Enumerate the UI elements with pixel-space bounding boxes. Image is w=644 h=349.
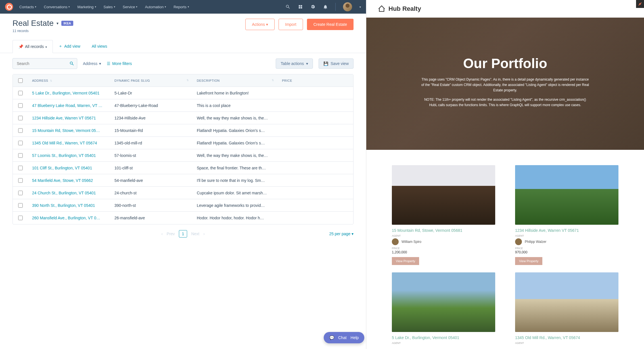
more-filters-button[interactable]: ☰More filters bbox=[107, 61, 132, 66]
next-arrow-icon[interactable]: › bbox=[203, 232, 205, 236]
per-page-select[interactable]: 25 per page ▾ bbox=[329, 232, 354, 236]
address-link[interactable]: 57 Loomis St., Burlington, VT 05401 bbox=[32, 153, 96, 158]
row-checkbox[interactable] bbox=[18, 216, 23, 220]
chat-widget[interactable]: 💬Chat Help bbox=[324, 332, 364, 343]
pin-icon: 📌 bbox=[18, 44, 23, 49]
nav-sales[interactable]: Sales▾ bbox=[104, 5, 116, 9]
row-checkbox[interactable] bbox=[18, 166, 23, 170]
portfolio-preview: Hub Realty Our Portfolio This page uses … bbox=[366, 0, 644, 349]
row-checkbox[interactable] bbox=[18, 128, 23, 133]
desc-cell: Hodor. Hodor hodor, hodor. Hodor h… bbox=[193, 212, 278, 224]
hubspot-logo-icon[interactable] bbox=[5, 3, 13, 11]
save-view-button[interactable]: 💾Save view bbox=[319, 58, 354, 69]
address-link[interactable]: 5 Lake Dr., Burlington, Vermont 05401 bbox=[32, 91, 99, 95]
property-grid: 15 Mountain Rd, Stowe, Vermont 05681 AGE… bbox=[366, 150, 644, 349]
col-address[interactable]: ADDRESS⇅ bbox=[28, 75, 110, 86]
address-link[interactable]: 390 North St., Burlington, VT 05401 bbox=[32, 203, 95, 208]
property-image[interactable] bbox=[392, 165, 495, 225]
house-icon bbox=[378, 5, 386, 13]
row-checkbox[interactable] bbox=[18, 178, 23, 183]
nav-conversations[interactable]: Conversations▾ bbox=[44, 5, 70, 9]
page-title[interactable]: Real Estate ▾ IKEA bbox=[12, 19, 73, 28]
property-title[interactable]: 1345 Old Mill Rd., Warren, VT 05674 bbox=[515, 335, 618, 340]
address-link[interactable]: 260 Mansfield Ave., Burlington, VT 0… bbox=[32, 216, 100, 220]
marketplace-icon[interactable] bbox=[298, 4, 303, 9]
property-image[interactable] bbox=[392, 272, 495, 332]
row-checkbox[interactable] bbox=[18, 103, 23, 108]
property-title[interactable]: 1234 Hillside Ave, Warren VT 05671 bbox=[515, 228, 618, 233]
nav-automation[interactable]: Automation▾ bbox=[145, 5, 166, 9]
user-avatar[interactable] bbox=[343, 2, 352, 11]
row-checkbox[interactable] bbox=[18, 141, 23, 145]
notifications-icon[interactable] bbox=[323, 4, 328, 9]
account-menu-chevron-icon[interactable]: ▾ bbox=[359, 5, 361, 9]
address-link[interactable]: 54 Manfield Ave, Stowe, VT 05662 bbox=[32, 178, 93, 183]
search-box bbox=[12, 58, 77, 69]
address-link[interactable]: 101 Cliff St., Burlington, VT 05401 bbox=[32, 166, 92, 170]
nav-service[interactable]: Service▾ bbox=[123, 5, 137, 9]
nav-marketing[interactable]: Marketing▾ bbox=[77, 5, 96, 9]
row-checkbox[interactable] bbox=[18, 191, 23, 195]
property-title[interactable]: 15 Mountain Rd, Stowe, Vermont 05681 bbox=[392, 228, 495, 233]
view-tabs: 📌All records▾ ＋Add view All views bbox=[0, 40, 366, 53]
actions-button[interactable]: Actions ▾ bbox=[245, 19, 275, 30]
all-views-link[interactable]: All views bbox=[86, 40, 113, 52]
agent-row: Philipp Walzer bbox=[515, 238, 618, 245]
search-input[interactable] bbox=[12, 58, 77, 69]
search-icon[interactable] bbox=[285, 4, 290, 9]
col-slug[interactable]: DYNAMIC PAGE SLUG⇅ bbox=[110, 75, 193, 86]
row-checkbox[interactable] bbox=[18, 153, 23, 158]
address-link[interactable]: 24 Church St., Burlington, VT 05401 bbox=[32, 191, 96, 195]
prev-arrow-icon[interactable]: ‹ bbox=[161, 232, 163, 236]
property-price: 1,200,000 bbox=[392, 250, 495, 254]
hubspot-badge-icon[interactable] bbox=[636, 0, 644, 8]
prev-button[interactable]: Prev bbox=[167, 232, 175, 236]
property-image[interactable] bbox=[515, 272, 618, 332]
view-property-button[interactable]: View Property bbox=[515, 257, 542, 265]
address-link[interactable]: 47 Blueberry Lake Road, Warren, VT … bbox=[32, 103, 102, 108]
site-logo[interactable]: Hub Realty bbox=[378, 5, 421, 13]
nav-reports[interactable]: Reports▾ bbox=[173, 5, 189, 9]
desc-cell: Cupcake ipsum dolor. Sit amet marsh… bbox=[193, 187, 278, 199]
address-filter[interactable]: Address ▾ bbox=[83, 61, 101, 66]
import-button[interactable]: Import bbox=[279, 19, 303, 30]
address-link[interactable]: 1234 Hillside Ave, Warren VT 05671 bbox=[32, 116, 96, 120]
add-view-button[interactable]: ＋Add view bbox=[53, 40, 86, 53]
nav-items: Contacts▾ Conversations▾ Marketing▾ Sale… bbox=[19, 5, 189, 9]
table-row: 260 Mansfield Ave., Burlington, VT 0… 26… bbox=[13, 212, 353, 224]
agent-label: AGENT bbox=[392, 342, 495, 344]
hero-title: Our Portfolio bbox=[463, 56, 547, 71]
price-cell bbox=[278, 90, 353, 96]
address-link[interactable]: 1345 Old Mill Rd., Warren, VT 05674 bbox=[32, 141, 97, 145]
top-nav: Contacts▾ Conversations▾ Marketing▾ Sale… bbox=[0, 0, 366, 14]
select-all-checkbox[interactable] bbox=[18, 78, 23, 83]
col-price[interactable]: PRICE bbox=[278, 75, 353, 86]
table-row: 101 Cliff St., Burlington, VT 05401 101-… bbox=[13, 162, 353, 174]
property-title[interactable]: 5 Lake Dr., Burlington, Vermont 05401 bbox=[392, 335, 495, 340]
nav-contacts[interactable]: Contacts▾ bbox=[19, 5, 36, 9]
desc-cell: Flatland! Hypatia. Galaxies Orion's s… bbox=[193, 125, 278, 136]
create-button[interactable]: Create Real Estate bbox=[307, 19, 354, 30]
page-header: Real Estate ▾ IKEA 11 records Actions ▾ … bbox=[0, 14, 366, 35]
view-property-button[interactable]: View Property bbox=[392, 257, 419, 265]
col-description[interactable]: DESCRIPTION⇅ bbox=[193, 75, 278, 86]
agent-name: William Spiro bbox=[402, 240, 421, 244]
next-button[interactable]: Next bbox=[191, 232, 199, 236]
address-link[interactable]: 15 Mountain Rd, Stowe, Vermont 05… bbox=[32, 128, 100, 133]
search-icon[interactable] bbox=[69, 61, 74, 66]
price-cell bbox=[278, 202, 353, 209]
slug-cell: 26-mansfield-ave bbox=[110, 212, 193, 224]
row-checkbox[interactable] bbox=[18, 116, 23, 120]
row-checkbox[interactable] bbox=[18, 203, 23, 208]
desc-cell: Flatland! Hypatia. Galaxies Orion's s… bbox=[193, 137, 278, 149]
table-actions-button[interactable]: Table actions ▾ bbox=[276, 58, 313, 69]
property-image[interactable] bbox=[515, 165, 618, 225]
agent-label: AGENT bbox=[515, 234, 618, 237]
settings-icon[interactable] bbox=[310, 4, 315, 9]
agent-avatar bbox=[392, 238, 399, 245]
desc-cell: Well, the way they make shows is, the… bbox=[193, 112, 278, 124]
slug-cell: 47-Blueberry-Lake-Road bbox=[110, 100, 193, 111]
page-1[interactable]: 1 bbox=[179, 230, 187, 237]
tab-all-records[interactable]: 📌All records▾ bbox=[12, 40, 53, 53]
row-checkbox[interactable] bbox=[18, 91, 23, 95]
